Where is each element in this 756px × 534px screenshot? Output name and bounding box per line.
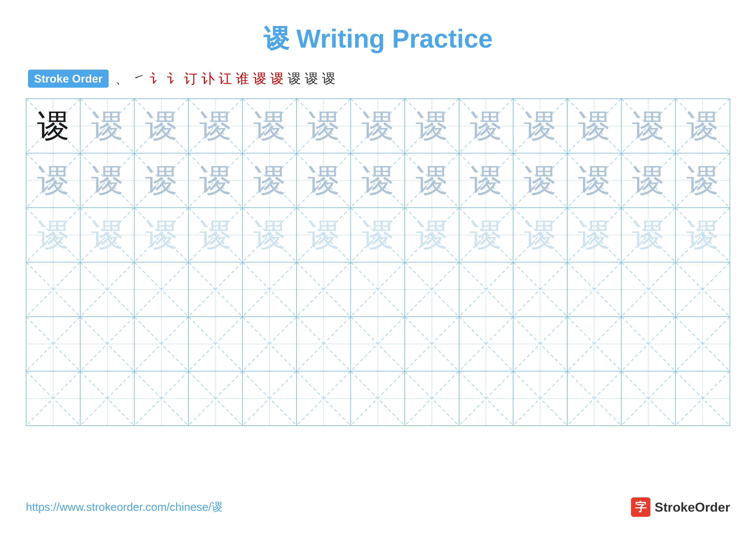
stroke-13: 谡 [322,69,335,88]
grid-cell-5-6[interactable] [351,371,405,425]
cell-character: 谡 [416,110,448,142]
grid-cell-4-6[interactable] [351,317,405,371]
cell-character: 谡 [416,219,448,251]
grid-cell-3-3[interactable] [189,262,243,317]
grid-row-3[interactable] [26,262,730,317]
svg-line-87 [243,262,296,317]
grid-cell-5-4[interactable] [243,371,297,425]
grid-cell-4-2[interactable] [134,317,189,371]
grid-cell-4-11[interactable] [622,317,676,371]
grid-cell-3-1[interactable] [80,262,134,317]
svg-line-124 [567,317,621,371]
stroke-8: 谁 [236,69,249,88]
svg-line-110 [189,317,242,371]
grid-cell-2-6: 谡 [351,208,405,262]
svg-line-108 [134,317,188,371]
svg-line-88 [297,262,350,317]
cell-character: 谡 [470,165,502,197]
cell-character: 谡 [524,165,556,197]
grid-cell-5-11[interactable] [622,371,676,425]
svg-line-134 [134,371,188,425]
grid-cell-3-5[interactable] [297,262,351,317]
grid-cell-4-3[interactable] [189,317,243,371]
svg-line-117 [351,317,405,371]
cell-character: 谡 [362,219,394,251]
grid-cell-3-2[interactable] [134,262,189,317]
svg-line-133 [80,371,134,425]
grid-cell-4-10[interactable] [567,317,622,371]
footer-url[interactable]: https://www.strokeorder.com/chinese/谡 [26,499,223,515]
cell-character: 谡 [254,165,286,197]
svg-line-101 [622,262,675,317]
cell-character: 谡 [308,110,340,142]
stroke-order-row: Stroke Order 、 ㇀ 讠 讠 订 讣 讧 谁 谡 谡 谡 谡 谡 [26,69,730,88]
grid-cell-3-0[interactable] [26,262,80,317]
svg-line-84 [189,262,242,317]
grid-cell-5-5[interactable] [297,371,351,425]
svg-line-148 [513,371,567,425]
cell-character: 谡 [578,219,610,251]
grid-cell-3-10[interactable] [567,262,622,317]
grid-cell-5-9[interactable] [513,371,567,425]
grid-cell-2-1: 谡 [80,208,134,262]
stroke-11: 谡 [287,69,301,88]
grid-cell-3-6[interactable] [351,262,405,317]
grid-cell-4-8[interactable] [459,317,513,371]
grid-cell-3-12[interactable] [676,262,730,317]
grid-cell-4-1[interactable] [80,317,134,371]
grid-cell-2-4: 谡 [243,208,297,262]
grid-cell-5-0[interactable] [26,371,80,425]
cell-character: 谡 [145,165,177,197]
svg-line-102 [676,262,730,317]
grid-cell-5-2[interactable] [134,371,189,425]
grid-cell-4-7[interactable] [405,317,459,371]
grid-cell-5-7[interactable] [405,371,459,425]
cell-character: 谡 [687,110,719,142]
cell-character: 谡 [632,165,664,197]
grid-cell-4-5[interactable] [297,317,351,371]
svg-line-114 [297,317,350,371]
cell-character: 谡 [145,219,177,251]
svg-line-123 [513,317,567,371]
grid-row-4[interactable] [26,317,730,371]
svg-line-98 [567,262,621,317]
svg-line-79 [26,262,80,317]
grid-cell-4-4[interactable] [243,317,297,371]
grid-cell-3-7[interactable] [405,262,459,317]
grid-cell-4-0[interactable] [26,317,80,371]
cell-character: 谡 [254,219,286,251]
cell-character: 谡 [37,110,69,142]
svg-line-115 [297,317,350,371]
grid-cell-5-1[interactable] [80,371,134,425]
grid-cell-2-8: 谡 [459,208,513,262]
grid-cell-3-8[interactable] [459,262,513,317]
grid-cell-2-2: 谡 [134,208,189,262]
svg-line-81 [80,262,134,317]
grid-cell-4-9[interactable] [513,317,567,371]
grid-row-5[interactable] [26,371,730,425]
grid-cell-0-11: 谡 [622,99,676,153]
svg-line-137 [189,371,242,425]
stroke-12: 谡 [305,69,318,88]
grid-cell-5-8[interactable] [459,371,513,425]
svg-line-155 [676,371,730,425]
grid-cell-5-12[interactable] [676,371,730,425]
grid-cell-0-1: 谡 [80,99,134,153]
grid-cell-3-11[interactable] [622,262,676,317]
cell-character: 谡 [37,219,69,251]
svg-line-78 [26,262,80,317]
grid-cell-0-8: 谡 [459,99,513,153]
grid-cell-3-9[interactable] [513,262,567,317]
svg-line-86 [243,262,296,317]
svg-line-149 [513,371,567,425]
cell-character: 谡 [362,110,394,142]
practice-grid: 谡 谡 谡 谡 谡 谡 谡 谡 [26,98,730,426]
grid-cell-4-12[interactable] [676,317,730,371]
svg-line-111 [189,317,242,371]
grid-cell-3-4[interactable] [243,262,297,317]
cell-character: 谡 [578,165,610,197]
grid-cell-5-3[interactable] [189,371,243,425]
grid-cell-2-7: 谡 [405,208,459,262]
grid-cell-5-10[interactable] [567,371,622,425]
svg-line-130 [26,371,80,425]
